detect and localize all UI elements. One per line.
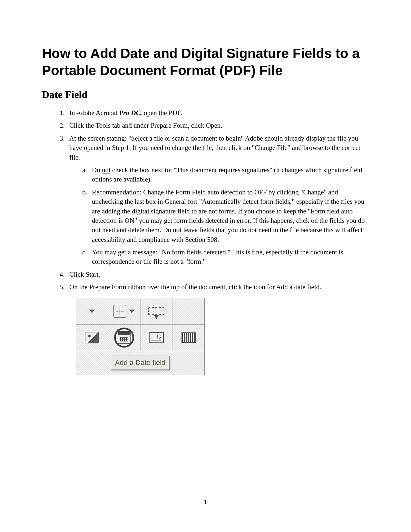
ribbon-empty-cell — [172, 298, 204, 324]
list-marker: c. — [82, 248, 87, 257]
ribbon-textbox-cell — [108, 298, 141, 324]
prepare-form-ribbon-figure: Add a Date field — [76, 298, 205, 376]
step-3: 3. At the screen stating: "Select a file… — [60, 134, 369, 267]
document-page: How to Add Date and Digital Signature Fi… — [0, 0, 411, 375]
ribbon-barcode-cell — [172, 325, 204, 351]
ribbon-row-bottom — [76, 325, 204, 351]
step-3c: c. You may get a message: "No form field… — [82, 248, 369, 267]
step-1-text-post: open the PDF. — [142, 109, 182, 117]
tooltip-label: Add a Date field — [111, 356, 170, 370]
text-field-icon — [113, 305, 126, 318]
step-5: 5. On the Prepare Form ribbon over the t… — [60, 282, 369, 375]
tooltip-container: Add a Date field — [105, 356, 176, 370]
list-marker: a. — [82, 165, 87, 175]
step-3a-post: check the box next to: "This document re… — [92, 166, 362, 183]
step-5-text: On the Prepare Form ribbon over the top … — [69, 283, 321, 291]
step-1-emphasis: Pro DC, — [119, 109, 142, 117]
ribbon-image-cell — [76, 325, 108, 351]
ribbon-row-top — [76, 298, 204, 325]
chevron-down-icon — [129, 310, 135, 313]
step-2: 2. Click the Tools tab and under Prepare… — [60, 121, 369, 130]
image-field-icon — [85, 332, 99, 343]
step-2-text: Click the Tools tab and under Prepare Fo… — [69, 122, 222, 129]
step-3-sublist: a. Do not check the box next to: "This d… — [69, 165, 369, 267]
list-marker: 4. — [60, 270, 65, 279]
page-number: 1 — [0, 498, 411, 506]
step-3b: b. Recommendation: Change the Form Field… — [82, 188, 369, 244]
step-4-text: Click Start. — [69, 271, 100, 278]
barcode-field-icon — [181, 332, 196, 343]
step-3a: a. Do not check the box next to: "This d… — [82, 165, 369, 184]
highlight-circle — [114, 328, 134, 348]
step-3a-underline: not — [102, 166, 111, 174]
ribbon-dropdown-cell — [76, 298, 108, 324]
step-1: 1. In Adobe Acrobat Pro DC, open the PDF… — [60, 108, 369, 118]
list-marker: b. — [82, 188, 87, 197]
ribbon-insert-cell — [141, 298, 173, 324]
ribbon-signature-cell — [141, 325, 173, 351]
step-3-text: At the screen stating: "Select a file or… — [69, 134, 360, 161]
chevron-down-icon — [89, 310, 95, 313]
list-marker: 3. — [60, 134, 65, 143]
step-3b-text: Recommendation: Change the Form Field au… — [92, 188, 365, 243]
step-4: 4. Click Start. — [60, 270, 369, 279]
page-title: How to Add Date and Digital Signature Fi… — [42, 45, 369, 79]
step-3a-pre: Do — [92, 166, 102, 174]
list-marker: 5. — [60, 282, 65, 292]
signature-field-icon — [149, 332, 164, 343]
steps-list: 1. In Adobe Acrobat Pro DC, open the PDF… — [42, 108, 369, 375]
ribbon-date-cell — [108, 325, 141, 351]
list-marker: 1. — [60, 108, 65, 118]
section-heading: Date Field — [42, 89, 369, 101]
dropdown-field-icon — [148, 307, 164, 315]
step-1-text-pre: In Adobe Acrobat — [69, 109, 119, 117]
step-3c-text: You may get a message: "No form fields d… — [92, 248, 343, 265]
list-marker: 2. — [60, 121, 65, 130]
date-field-icon — [118, 331, 131, 344]
